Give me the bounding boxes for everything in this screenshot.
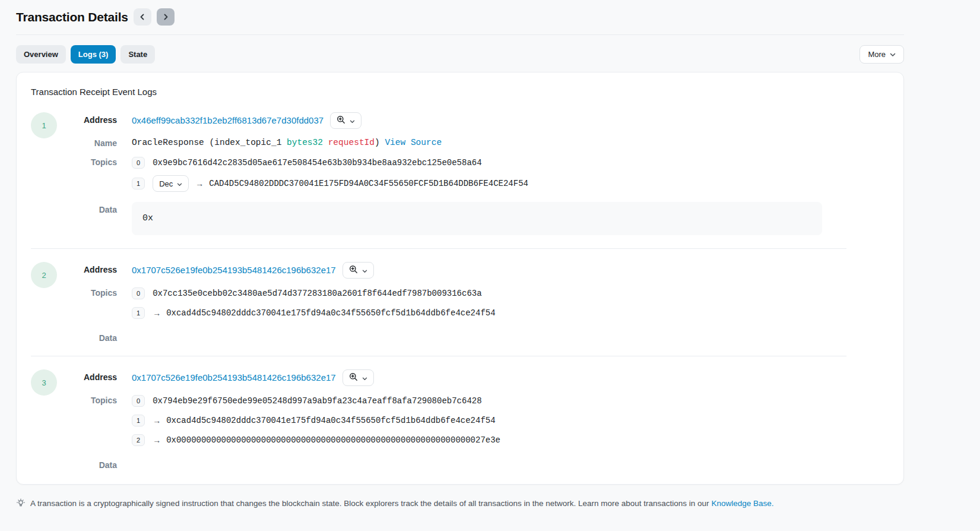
- log-number: 2: [42, 271, 46, 280]
- address-row: Address 0x1707c526e19fe0b254193b5481426c…: [57, 369, 889, 386]
- topic-value: 0x00000000000000000000000000000000000000…: [166, 435, 500, 445]
- page-footer: A transaction is a cryptographically sig…: [16, 498, 904, 511]
- topic-item: 0 0x7cc135e0cebb02c3480ae5d74d377283180a…: [132, 286, 889, 301]
- address-link[interactable]: 0x1707c526e19fe0b254193b5481426c196b632e…: [132, 262, 336, 279]
- arrow-right-icon: →: [153, 308, 161, 318]
- address-label: Address: [57, 262, 117, 279]
- log-body: Address 0x1707c526e19fe0b254193b5481426c…: [57, 262, 889, 343]
- topics-label: Topics: [57, 285, 117, 320]
- topic-value: 0x794eb9e29f6750ede99e05248d997a9ab9fa23…: [153, 396, 482, 406]
- event-name: OracleResponse (index_topic_1: [132, 138, 287, 147]
- chevron-down-icon: [890, 50, 896, 59]
- zoom-in-icon: [349, 265, 358, 276]
- tab-state[interactable]: State: [120, 45, 155, 64]
- chevron-down-icon: [177, 179, 182, 188]
- zoom-in-icon: [337, 115, 345, 126]
- topics-row: Topics 0 0x7cc135e0cebb02c3480ae5d74d377…: [57, 285, 889, 320]
- chevron-down-icon: [362, 374, 367, 383]
- data-row: Data: [57, 330, 889, 343]
- log-entry-1: 1 Address 0x46eff99cab332f1b2eb2ff6813d6…: [31, 112, 889, 235]
- log-entry-3: 3 Address 0x1707c526e19fe0b254193b548142…: [31, 369, 889, 470]
- tab-logs[interactable]: Logs (3): [71, 45, 116, 64]
- topic-format-selected: Dec: [159, 179, 173, 188]
- address-row: Address 0x1707c526e19fe0b254193b5481426c…: [57, 262, 889, 279]
- topic-item: 0 0x794eb9e29f6750ede99e05248d997a9ab9fa…: [132, 394, 889, 408]
- zoom-in-icon: [349, 372, 358, 383]
- event-arg-name: requestId: [323, 138, 375, 147]
- topic-value: 0xcad4d5c94802dddc370041e175fd94a0c34f55…: [166, 416, 496, 425]
- topic-item: 1 → 0xcad4d5c94802dddc370041e175fd94a0c3…: [132, 413, 889, 428]
- topic-value: 0xcad4d5c94802dddc370041e175fd94a0c34f55…: [166, 308, 496, 318]
- view-source-link[interactable]: View Source: [385, 138, 442, 147]
- data-row: Data: [57, 457, 889, 470]
- name-row: Name OracleResponse (index_topic_1 bytes…: [57, 135, 889, 148]
- topic-index-badge: 1: [132, 415, 145, 426]
- tab-bar: Overview Logs (3) State: [16, 45, 155, 64]
- topic-index-badge: 2: [132, 434, 145, 446]
- page: Transaction Details Overview Logs (3) St…: [0, 0, 980, 531]
- lightbulb-icon: [16, 498, 26, 511]
- topic-item: 1 Dec → CAD4D5C94802DDDC370041E175FD94A0…: [132, 175, 889, 192]
- address-link[interactable]: 0x1707c526e19fe0b254193b5481426c196b632e…: [132, 369, 336, 386]
- arrow-right-icon: →: [195, 179, 204, 188]
- topic-index-badge: 0: [132, 395, 145, 407]
- arrow-right-icon: →: [153, 435, 161, 445]
- previous-transaction-button[interactable]: [134, 8, 151, 26]
- topics-row: Topics 0 0x794eb9e29f6750ede99e05248d997…: [57, 393, 889, 447]
- topic-index-badge: 1: [132, 178, 145, 189]
- card-heading: Transaction Receipt Event Logs: [31, 87, 889, 97]
- topic-format-dropdown[interactable]: Dec: [153, 175, 189, 192]
- page-title: Transaction Details: [16, 10, 128, 24]
- chevron-right-icon: [163, 14, 169, 20]
- topics-label: Topics: [57, 154, 117, 192]
- log-number: 1: [42, 121, 46, 130]
- tabs-row: Overview Logs (3) State More: [16, 45, 904, 64]
- address-zoom-button[interactable]: [342, 369, 374, 386]
- footer-description: A transaction is a cryptographically sig…: [30, 499, 711, 508]
- arrow-right-icon: →: [153, 416, 161, 425]
- address-row: Address 0x46eff99cab332f1b2eb2ff6813d67e…: [57, 112, 889, 129]
- topic-value: 0x9e9bc7616d42c2835d05ae617e508454e63b30…: [153, 158, 482, 167]
- log-data-value: 0x: [132, 202, 822, 235]
- topic-item: 2 → 0x0000000000000000000000000000000000…: [132, 433, 889, 447]
- topic-index-badge: 0: [132, 287, 145, 299]
- log-number-badge: 1: [31, 112, 57, 138]
- topic-index-badge: 1: [132, 307, 145, 319]
- log-number: 3: [42, 378, 46, 387]
- data-label: Data: [57, 202, 117, 235]
- address-label: Address: [57, 369, 117, 386]
- address-link[interactable]: 0x46eff99cab332f1b2eb2ff6813d67e7d30fdd0…: [132, 112, 324, 129]
- next-transaction-button[interactable]: [157, 8, 175, 26]
- log-divider: [31, 356, 846, 356]
- page-header: Transaction Details: [16, 8, 904, 26]
- log-body: Address 0x46eff99cab332f1b2eb2ff6813d67e…: [57, 112, 889, 235]
- topic-index-badge: 0: [132, 157, 145, 169]
- topic-value: CAD4D5C94802DDDC370041E175FD94A0C34F5565…: [209, 179, 528, 188]
- chevron-left-icon: [139, 14, 145, 20]
- topic-item: 0 0x9e9bc7616d42c2835d05ae617e508454e63b…: [132, 156, 889, 170]
- event-name-suffix: ): [375, 138, 385, 147]
- data-label: Data: [57, 330, 117, 343]
- chevron-down-icon: [362, 266, 367, 275]
- data-row: Data 0x: [57, 202, 889, 235]
- address-label: Address: [57, 112, 117, 129]
- event-signature: OracleResponse (index_topic_1 bytes32 re…: [132, 135, 889, 148]
- knowledge-base-link[interactable]: Knowledge Base.: [711, 499, 773, 508]
- log-body: Address 0x1707c526e19fe0b254193b5481426c…: [57, 369, 889, 470]
- topic-item: 1 → 0xcad4d5c94802dddc370041e175fd94a0c3…: [132, 306, 889, 320]
- name-label: Name: [57, 135, 117, 148]
- more-button[interactable]: More: [860, 45, 904, 64]
- data-label: Data: [57, 457, 117, 470]
- event-logs-card: Transaction Receipt Event Logs 1 Address…: [16, 72, 904, 485]
- address-zoom-button[interactable]: [342, 262, 374, 279]
- log-divider: [31, 248, 846, 249]
- footer-text: A transaction is a cryptographically sig…: [30, 498, 773, 509]
- log-number-badge: 3: [31, 369, 57, 396]
- tab-overview[interactable]: Overview: [16, 45, 66, 64]
- header-divider: [16, 34, 904, 35]
- address-zoom-button[interactable]: [330, 112, 361, 129]
- log-number-badge: 2: [31, 262, 57, 288]
- more-button-label: More: [868, 50, 886, 59]
- log-entry-2: 2 Address 0x1707c526e19fe0b254193b548142…: [31, 262, 889, 343]
- event-arg-type: bytes32: [287, 138, 323, 147]
